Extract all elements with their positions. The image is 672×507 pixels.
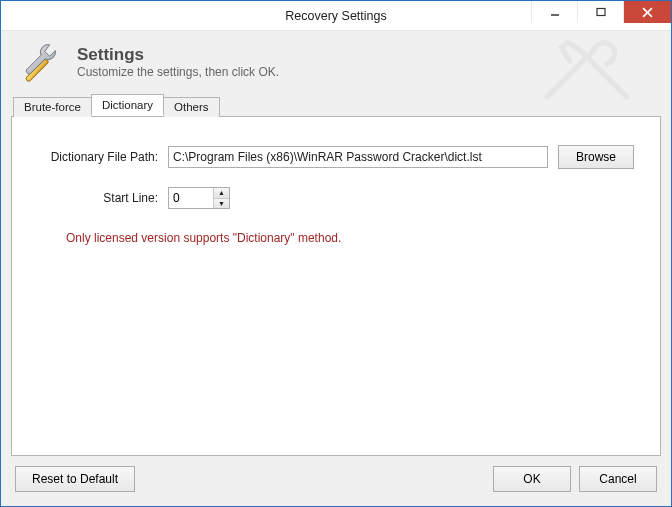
close-button[interactable] [623, 1, 671, 23]
minimize-button[interactable] [531, 1, 577, 23]
tabstrip: Brute-force Dictionary Others [11, 93, 661, 116]
maximize-button[interactable] [577, 1, 623, 23]
header: Settings Customize the settings, then cl… [11, 31, 661, 91]
header-subtitle: Customize the settings, then click OK. [77, 65, 279, 79]
tab-others[interactable]: Others [163, 97, 220, 117]
close-icon [642, 7, 653, 18]
browse-button[interactable]: Browse [558, 145, 634, 169]
header-text: Settings Customize the settings, then cl… [77, 45, 279, 79]
tab-brute-force[interactable]: Brute-force [13, 97, 92, 117]
spinner-down-button[interactable]: ▼ [214, 199, 229, 209]
start-line-stepper[interactable]: ▲ ▼ [168, 187, 230, 209]
start-line-input[interactable] [169, 188, 213, 208]
dialog-body: Settings Customize the settings, then cl… [1, 31, 671, 506]
spinner-buttons: ▲ ▼ [213, 188, 229, 208]
label-start-line: Start Line: [38, 191, 168, 205]
chevron-up-icon: ▲ [218, 189, 225, 196]
svg-rect-1 [597, 9, 605, 16]
header-title: Settings [77, 45, 279, 65]
tools-icon [17, 39, 63, 85]
dictionary-path-input[interactable] [168, 146, 548, 168]
footer: Reset to Default OK Cancel [11, 456, 661, 496]
window-controls [531, 1, 671, 23]
tab-dictionary[interactable]: Dictionary [91, 94, 164, 116]
titlebar: Recovery Settings [1, 1, 671, 31]
ok-button[interactable]: OK [493, 466, 571, 492]
chevron-down-icon: ▼ [218, 200, 225, 207]
row-start-line: Start Line: ▲ ▼ [38, 187, 634, 209]
reset-to-default-button[interactable]: Reset to Default [15, 466, 135, 492]
tabpanel-dictionary: Dictionary File Path: Browse Start Line:… [11, 116, 661, 456]
cancel-button[interactable]: Cancel [579, 466, 657, 492]
window-title: Recovery Settings [285, 9, 386, 23]
spinner-up-button[interactable]: ▲ [214, 188, 229, 199]
maximize-icon [596, 7, 606, 17]
label-dictionary-path: Dictionary File Path: [38, 150, 168, 164]
minimize-icon [550, 7, 560, 17]
license-note: Only licensed version supports "Dictiona… [66, 231, 634, 245]
window: Recovery Settings [0, 0, 672, 507]
row-dictionary-path: Dictionary File Path: Browse [38, 145, 634, 169]
